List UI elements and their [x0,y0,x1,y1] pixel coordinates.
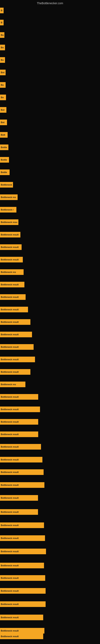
bar-fill-9: Bot [0,107,6,113]
bar-label-24: Bottleneck result [1,296,19,298]
bar-label-3: Bo [1,34,4,36]
bar-fill-31: Bottleneck res [0,382,25,387]
bar-item-21: Bottleneck result [0,257,23,262]
bar-fill-11: Bott [0,132,8,138]
bar-label-44: Bottleneck result [1,550,19,553]
bar-item-4: Bo [0,45,5,50]
bar-item-44: Bottleneck result [0,548,46,554]
bar-label-39: Bottleneck result [1,484,19,486]
bar-fill-4: Bo [0,45,5,50]
bar-fill-1: B [0,8,3,13]
bar-item-46: Bottleneck result [0,575,45,581]
bar-item-11: Bott [0,132,8,138]
bar-item-15: Bottleneck [0,182,13,188]
bar-label-31: Bottleneck res [1,383,16,386]
bar-label-19: Bottleneck result [1,234,19,236]
bar-label-25: Bottleneck result [1,308,19,311]
bar-label-37: Bottleneck result [1,458,19,461]
bar-label-35: Bottleneck result [1,433,19,436]
bar-label-41: Bottleneck result [1,511,19,513]
bar-fill-33: Bottleneck result [0,406,40,412]
bar-label-48: Bottleneck result [1,603,19,605]
bar-item-30: Bottleneck result [0,369,30,375]
bar-item-32: Bottleneck result [0,394,38,400]
bar-item-38: Bottleneck result [0,469,44,475]
bar-label-43: Bottleneck result [1,537,19,539]
bar-label-14: Bottle [1,171,7,174]
bar-label-26: Bottleneck result [1,321,19,323]
bar-fill-38: Bottleneck result [0,469,44,475]
bar-label-17: Bottleneck r [1,208,14,211]
bar-fill-34: Bottleneck result [0,419,38,425]
bar-label-33: Bottleneck result [1,408,19,410]
bar-item-42: Bottleneck result [0,522,44,528]
bar-label-45: Bottleneck result [1,564,19,567]
bar-item-50: Bottleneck result [0,628,44,634]
bar-item-51: Bottleneck result [0,634,43,639]
bar-fill-43: Bottleneck result [0,535,45,541]
bar-fill-51: Bottleneck result [0,634,43,639]
bar-label-27: Bottleneck result [1,333,19,336]
bar-fill-36: Bottleneck result [0,444,41,450]
bar-item-20: Bottleneck result [0,244,22,250]
bar-fill-44: Bottleneck result [0,548,46,554]
bar-item-45: Bottleneck result [0,563,44,568]
bar-label-51: Bottleneck result [1,635,19,638]
bar-label-49: Bottleneck result [1,616,19,619]
bar-label-20: Bottleneck result [1,246,19,248]
bar-label-29: Bottleneck result [1,358,19,361]
bar-fill-35: Bottleneck result [0,432,38,437]
bar-fill-25: Bottleneck result [0,307,28,312]
bar-label-12: Bottle [1,146,7,148]
bar-label-23: Bottleneck result [1,283,19,286]
bar-fill-37: Bottleneck result [0,457,42,462]
bar-fill-2: B [0,20,3,25]
bar-item-8: Bo [0,94,6,100]
bar-fill-6: Bot [0,70,6,75]
bar-fill-45: Bottleneck result [0,563,44,568]
bar-item-3: Bo [0,32,4,38]
bar-item-43: Bottleneck result [0,535,45,541]
bar-label-50: Bottleneck result [1,630,19,632]
bar-fill-22: Bottleneck res [0,269,24,275]
bar-fill-14: Bottle [0,170,10,175]
bar-label-36: Bottleneck result [1,446,19,448]
bar-label-4: Bo [1,46,4,49]
bar-label-40: Bottleneck result [1,497,19,499]
bar-label-13: Bottle [1,158,7,161]
bar-fill-19: Bottleneck result [0,232,20,238]
bar-item-25: Bottleneck result [0,307,28,312]
bar-item-19: Bottleneck result [0,232,20,238]
bar-item-23: Bottleneck result [0,282,24,288]
bar-label-22: Bottleneck res [1,271,16,273]
bar-fill-30: Bottleneck result [0,369,30,375]
bar-label-6: Bot [1,71,4,74]
bar-item-40: Bottleneck result [0,495,38,501]
bar-item-33: Bottleneck result [0,406,40,412]
bar-fill-42: Bottleneck result [0,522,44,528]
bar-fill-47: Bottleneck result [0,588,46,594]
bar-label-42: Bottleneck result [1,524,19,526]
bar-fill-41: Bottleneck result [0,509,38,515]
bar-fill-16: Bottleneck res [0,194,18,200]
bar-label-2: B [1,21,2,24]
bar-label-30: Bottleneck result [1,371,19,373]
bar-label-38: Bottleneck result [1,471,19,473]
bar-item-9: Bot [0,107,6,113]
bar-item-7: Bo [0,82,6,88]
bar-label-11: Bott [1,134,5,136]
bar-fill-26: Bottleneck result [0,319,30,325]
bar-item-49: Bottleneck result [0,614,43,620]
bar-fill-10: Bot [0,120,7,125]
bar-fill-23: Bottleneck result [0,282,24,288]
bar-fill-12: Bottle [0,144,8,150]
bar-item-36: Bottleneck result [0,444,41,450]
bar-item-2: B [0,20,3,25]
bar-item-18: Bottleneck resu [0,219,18,225]
bar-label-16: Bottleneck res [1,196,16,198]
bar-item-16: Bottleneck res [0,194,18,200]
bar-label-8: Bo [1,96,4,98]
bar-fill-15: Bottleneck [0,182,13,188]
site-title: TheBottlenecker.com [0,0,100,6]
bar-fill-21: Bottleneck result [0,257,23,262]
